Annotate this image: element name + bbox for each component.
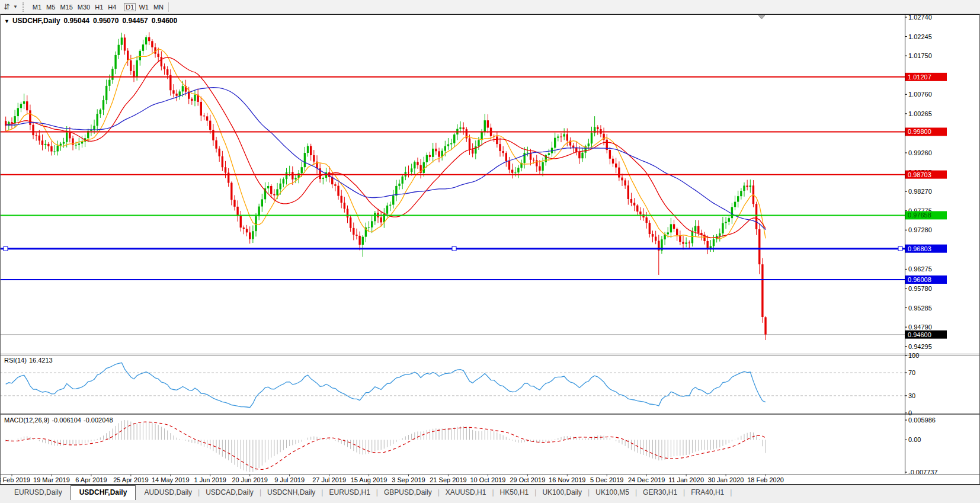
ohlc-close: 0.94600	[152, 17, 177, 25]
svg-text:20 Jun 2019: 20 Jun 2019	[232, 476, 268, 483]
tab-gbpusd-daily[interactable]: GBPUSD,Daily	[378, 485, 438, 496]
svg-text:0.94295: 0.94295	[908, 343, 932, 350]
svg-text:25 Apr 2019: 25 Apr 2019	[113, 476, 148, 483]
svg-text:10 Oct 2019: 10 Oct 2019	[470, 476, 505, 483]
selected-line-handle[interactable]	[452, 246, 456, 251]
tf-button-h1[interactable]: H1	[93, 3, 105, 11]
svg-text:28 Feb 2019: 28 Feb 2019	[0, 476, 30, 483]
svg-text:21 Sep 2019: 21 Sep 2019	[430, 476, 466, 483]
selected-line-handle[interactable]	[4, 246, 8, 251]
timeframe-toolbar: ⇵ ▼ M1M5M15M30H1H4D1W1MN	[0, 0, 980, 14]
ohlc-open: 0.95044	[64, 17, 89, 25]
tab-hk50-h1[interactable]: HK50,H1	[494, 485, 535, 496]
tf-button-d1[interactable]: D1	[124, 3, 136, 11]
svg-text:0.95780: 0.95780	[908, 285, 932, 292]
svg-text:5 Dec 2019: 5 Dec 2019	[590, 476, 623, 483]
chart-symbol-label: USDCHF,Daily	[12, 17, 60, 25]
svg-text:18 Feb 2020: 18 Feb 2020	[747, 476, 784, 483]
tab-eurusd-daily[interactable]: EURUSD,Daily	[8, 485, 68, 496]
svg-text:0.98270: 0.98270	[908, 188, 932, 195]
tf-button-mn[interactable]: MN	[152, 3, 165, 11]
symbol-tab-bar: EURUSD,DailyUSDCHF,DailyAUDUSD,Daily|USD…	[0, 485, 980, 503]
chart-canvas[interactable]: 0.0059860.00-0.0077371.027401.022451.017…	[0, 0, 980, 503]
tab-audusd-daily[interactable]: AUDUSD,Daily	[138, 485, 198, 496]
ohlc-low: 0.94457	[122, 17, 148, 25]
tab-usdcnh-daily[interactable]: USDCNH,Daily	[261, 485, 321, 496]
tab-uk100-daily[interactable]: UK100,Daily	[536, 485, 588, 496]
svg-text:1.02740: 1.02740	[908, 14, 932, 21]
toolbar-grip[interactable]	[23, 2, 27, 12]
tab-fra40-h1[interactable]: FRA40,H1	[685, 485, 730, 496]
svg-text:16 Nov 2019: 16 Nov 2019	[549, 476, 585, 483]
tf-button-w1[interactable]: W1	[137, 3, 150, 11]
svg-text:0: 0	[908, 409, 912, 417]
tab-separator: |	[730, 485, 732, 496]
toolbar-divider	[168, 2, 169, 12]
svg-text:29 Oct 2019: 29 Oct 2019	[510, 476, 545, 483]
svg-text:1.01750: 1.01750	[908, 52, 932, 59]
svg-text:1.02245: 1.02245	[908, 33, 932, 40]
terminal-window: 0.0059860.00-0.0077371.027401.022451.017…	[0, 0, 980, 503]
svg-text:3 Sep 2019: 3 Sep 2019	[392, 476, 425, 483]
svg-text:0.94600: 0.94600	[908, 331, 931, 338]
svg-text:30: 30	[908, 392, 915, 399]
tab-uk100-m5[interactable]: UK100,M5	[590, 485, 635, 496]
chart-collapse-icon[interactable]: ▼	[4, 18, 9, 24]
tab-xauusd-h1[interactable]: XAUUSD,H1	[440, 485, 492, 496]
svg-text:0.97280: 0.97280	[908, 226, 932, 233]
tf-button-m5[interactable]: M5	[44, 3, 57, 11]
tab-eurusd-h1[interactable]: EURUSD,H1	[323, 485, 376, 496]
svg-text:27 Jul 2019: 27 Jul 2019	[312, 476, 346, 483]
svg-text:24 Dec 2019: 24 Dec 2019	[628, 476, 665, 483]
svg-text:0.99260: 0.99260	[908, 149, 932, 156]
svg-text:0.005986: 0.005986	[908, 417, 936, 424]
tab-usdcad-daily[interactable]: USDCAD,Daily	[200, 485, 260, 496]
tf-button-h4[interactable]: H4	[106, 3, 118, 11]
svg-text:70: 70	[908, 369, 915, 376]
svg-text:-0.007737: -0.007737	[908, 469, 938, 476]
svg-text:15 Aug 2019: 15 Aug 2019	[351, 476, 387, 483]
selected-line-handle[interactable]	[898, 246, 902, 251]
tab-usdchf-daily[interactable]: USDCHF,Daily	[71, 485, 136, 500]
tf-button-m30[interactable]: M30	[76, 3, 92, 11]
svg-text:0.97658: 0.97658	[908, 212, 931, 219]
svg-text:6 Apr 2019: 6 Apr 2019	[75, 476, 107, 483]
tf-button-m1[interactable]: M1	[31, 3, 43, 11]
timeframe-buttons: M1M5M15M30H1H4D1W1MN	[30, 1, 166, 12]
svg-text:1.00760: 1.00760	[908, 91, 932, 98]
svg-text:0.94790: 0.94790	[908, 323, 932, 331]
svg-text:9 Jul 2019: 9 Jul 2019	[274, 476, 305, 483]
svg-text:1.00265: 1.00265	[908, 110, 932, 117]
rsi-indicator-label: RSI(14)16.4213	[4, 357, 55, 364]
svg-text:100: 100	[908, 352, 919, 359]
svg-text:0.00: 0.00	[908, 436, 921, 443]
svg-text:0.96008: 0.96008	[908, 276, 931, 283]
svg-text:1 Jun 2019: 1 Jun 2019	[194, 476, 226, 483]
tab-ger30-h1[interactable]: GER30,H1	[637, 485, 683, 496]
svg-text:14 May 2019: 14 May 2019	[152, 476, 190, 483]
svg-text:11 Jan 2020: 11 Jan 2020	[668, 476, 704, 483]
chart-type-icon[interactable]: ⇵	[4, 2, 10, 11]
svg-text:30 Jan 2020: 30 Jan 2020	[708, 476, 744, 483]
macd-indicator-label: MACD(12,26,9)-0.006104-0.002048	[4, 417, 116, 424]
svg-text:0.95285: 0.95285	[908, 305, 932, 312]
tf-button-m15[interactable]: M15	[58, 3, 74, 11]
ohlc-high: 0.95070	[93, 17, 119, 25]
chevron-down-icon[interactable]: ▼	[13, 4, 18, 9]
chart-title: ▼USDCHF,Daily0.950440.950700.944570.9460…	[4, 17, 177, 25]
svg-text:0.99800: 0.99800	[908, 128, 931, 135]
svg-text:0.96275: 0.96275	[908, 265, 932, 273]
svg-text:1.01207: 1.01207	[908, 73, 931, 81]
svg-text:19 Mar 2019: 19 Mar 2019	[33, 476, 70, 483]
svg-text:0.96803: 0.96803	[908, 245, 931, 252]
svg-text:0.98703: 0.98703	[908, 171, 931, 178]
